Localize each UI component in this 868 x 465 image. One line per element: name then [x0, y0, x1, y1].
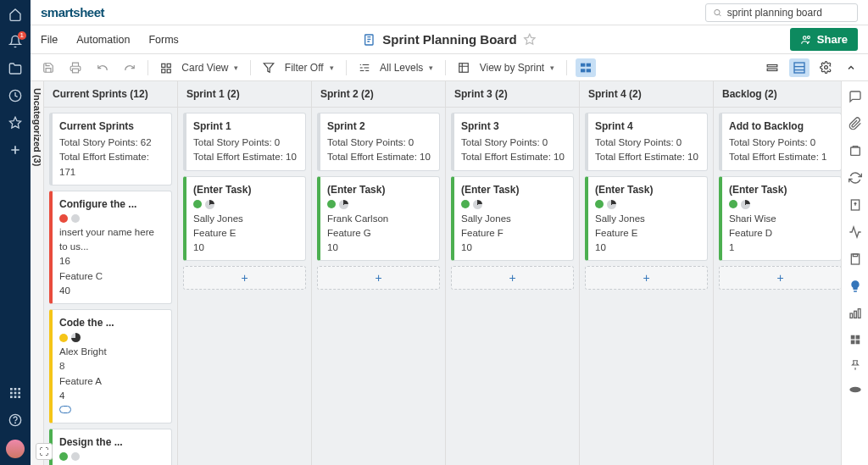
column-header[interactable]: Sprint 1 (2) [178, 81, 311, 108]
recents-icon[interactable] [8, 88, 23, 103]
svg-point-12 [15, 423, 16, 423]
progress-pie-icon [205, 200, 214, 209]
undo-icon[interactable] [93, 59, 112, 76]
svg-rect-19 [162, 64, 165, 67]
pin-icon[interactable] [849, 359, 861, 371]
card-line: 10 [193, 241, 298, 255]
uncategorized-lane[interactable]: Uncategorized (3) [31, 81, 44, 465]
fullscreen-icon[interactable] [36, 443, 53, 460]
card-title: Current Sprints [59, 119, 164, 134]
svg-rect-10 [18, 396, 20, 398]
attachment-icon [59, 406, 71, 413]
summary-card[interactable]: Current SprintsTotal Story Points: 62Tot… [49, 113, 172, 185]
favorite-star-icon[interactable] [524, 33, 537, 46]
column-body: Add to BacklogTotal Story Points: 0Total… [714, 108, 841, 465]
compact-layout-toggle[interactable] [576, 58, 596, 77]
svg-rect-37 [854, 311, 856, 318]
add-card-button[interactable]: + [585, 266, 708, 290]
card-line: Total Effort Estimate: 10 [193, 150, 298, 164]
favorites-icon[interactable] [8, 115, 23, 130]
menu-file[interactable]: File [41, 34, 58, 46]
card-line: 1 [729, 241, 834, 255]
proofs-icon[interactable] [849, 144, 862, 158]
card-line: Sally Jones [193, 212, 298, 226]
card-line: Feature G [327, 226, 432, 241]
redo-icon[interactable] [120, 59, 139, 76]
task-card[interactable]: (Enter Task)Shari WiseFeature D1 [719, 176, 841, 262]
attachments-icon[interactable] [849, 117, 862, 130]
menu-forms[interactable]: Forms [148, 34, 178, 46]
grid-view-icon[interactable] [762, 59, 782, 76]
home-icon[interactable] [8, 7, 23, 22]
filter-selector[interactable]: Filter Off [259, 59, 337, 76]
save-icon[interactable] [39, 59, 58, 76]
add-card-button[interactable]: + [451, 266, 574, 290]
conversations-icon[interactable] [849, 90, 862, 103]
svg-rect-22 [167, 69, 170, 72]
task-card[interactable]: (Enter Task)Frank CarlsonFeature G10 [317, 176, 440, 262]
add-icon[interactable] [8, 142, 23, 158]
card-layout-icon[interactable] [789, 58, 810, 77]
global-search[interactable] [705, 3, 858, 22]
status-dots [461, 200, 566, 209]
folder-icon[interactable] [8, 61, 23, 76]
task-card[interactable]: (Enter Task)Sally JonesFeature E10 [585, 176, 708, 262]
levels-selector[interactable]: All Levels [355, 59, 437, 76]
formula-icon[interactable] [849, 307, 862, 320]
notifications-icon[interactable]: 1 [8, 34, 23, 49]
apps-icon[interactable] [8, 385, 23, 401]
card-title: Code the ... [59, 315, 164, 330]
help-icon[interactable] [8, 412, 23, 428]
task-card[interactable]: Design the ...Frank Carlson4Feature A16 [49, 429, 172, 465]
summary-card[interactable]: Sprint 3Total Story Points: 0Total Effor… [451, 113, 574, 171]
summary-card[interactable]: Sprint 1Total Story Points: 0Total Effor… [183, 113, 306, 171]
svg-rect-23 [459, 63, 469, 72]
column-body: Sprint 4Total Story Points: 0Total Effor… [580, 108, 713, 465]
card-line: Total Effort Estimate: 10 [595, 150, 700, 164]
update-requests-icon[interactable] [849, 171, 862, 185]
task-card[interactable]: (Enter Task)Sally JonesFeature E10 [183, 176, 306, 262]
card-line: Feature D [729, 226, 834, 241]
card-line: 40 [59, 284, 164, 298]
status-dots [59, 452, 164, 461]
work-apps-icon[interactable] [849, 334, 861, 346]
summary-card[interactable]: Add to BacklogTotal Story Points: 0Total… [719, 113, 841, 171]
print-icon[interactable] [66, 59, 85, 76]
add-card-button[interactable]: + [317, 266, 440, 290]
user-avatar[interactable] [6, 440, 25, 458]
summary-card[interactable]: Sprint 4Total Story Points: 0Total Effor… [585, 113, 708, 171]
board-column: Current Sprints (12)Current SprintsTotal… [44, 81, 178, 465]
column-header[interactable]: Current Sprints (12) [44, 81, 177, 108]
add-card-button[interactable]: + [183, 266, 306, 290]
card-line: Alex Bright [59, 345, 164, 359]
collapse-icon[interactable] [843, 60, 860, 75]
add-card-button[interactable]: + [719, 266, 841, 290]
summary-card[interactable]: Sprint 2Total Story Points: 0Total Effor… [317, 113, 440, 171]
resource-icon[interactable] [849, 385, 862, 395]
svg-rect-18 [73, 69, 79, 73]
search-input[interactable] [727, 7, 850, 19]
task-card[interactable]: Configure the ...insert your name here t… [49, 191, 172, 304]
settings-icon[interactable] [816, 58, 836, 76]
brandfolder-icon[interactable] [849, 280, 862, 293]
share-button[interactable]: Share [790, 28, 858, 51]
activity-log-icon[interactable] [849, 225, 862, 239]
sheet-icon [362, 32, 376, 47]
menu-automation[interactable]: Automation [76, 34, 130, 46]
card-title: (Enter Task) [595, 182, 700, 197]
summary-icon[interactable] [849, 252, 862, 266]
column-header[interactable]: Sprint 3 (2) [446, 81, 579, 108]
task-card[interactable]: Code the ...Alex Bright8Feature A4 [49, 309, 172, 423]
board-column: Sprint 2 (2)Sprint 2Total Story Points: … [312, 81, 446, 465]
status-dots [595, 200, 700, 209]
view-by-selector[interactable]: View by Sprint [454, 59, 558, 76]
svg-rect-9 [14, 396, 17, 398]
notification-badge: 1 [18, 31, 26, 40]
card-view-selector[interactable]: Card View [157, 59, 242, 76]
column-header[interactable]: Backlog (2) [714, 81, 841, 108]
column-header[interactable]: Sprint 4 (2) [580, 81, 713, 108]
task-card[interactable]: (Enter Task)Sally JonesFeature F10 [451, 176, 574, 262]
publish-icon[interactable] [849, 198, 862, 212]
column-header[interactable]: Sprint 2 (2) [312, 81, 445, 108]
status-dot [595, 200, 604, 208]
